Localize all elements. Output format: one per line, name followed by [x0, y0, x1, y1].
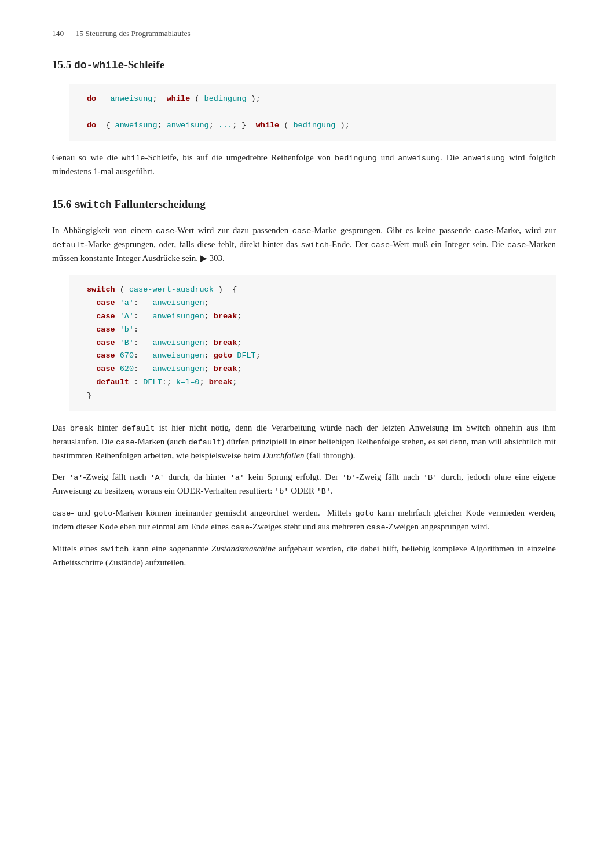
inline-case-1: case	[156, 227, 174, 236]
kw-do-1: do	[87, 94, 96, 103]
num-620: 620	[120, 365, 134, 373]
inline-b-case: 'b'	[342, 473, 356, 482]
str-B: 'B'	[120, 339, 134, 347]
inline-case-9: case	[367, 523, 385, 532]
sw-line-6: case 670: anweisungen; goto DFLT;	[87, 350, 539, 363]
inline-a-case: 'a'	[69, 473, 83, 482]
kw-do-2: do	[87, 121, 96, 130]
kw-switch: switch	[87, 285, 115, 294]
page-header: 140 15 Steuerung des Programmablaufes	[52, 28, 556, 40]
sw-line-1: switch ( case-wert-ausdruck ) {	[87, 284, 539, 297]
str-A: 'A'	[120, 312, 134, 321]
section-15-5-title: 15.5 do-while-Schleife	[52, 56, 556, 74]
sw-line-5: case 'B': anweisungen; break;	[87, 337, 539, 350]
id-anweisung-3: anweisung	[167, 121, 209, 130]
id-DFLT-1: DFLT	[237, 351, 255, 360]
kw-break-4: break	[209, 378, 233, 387]
inline-switch-2: switch	[101, 545, 129, 554]
section-15-6-para4: case- und goto-Marken können ineinander …	[52, 506, 556, 534]
italic-zustandsmaschine: Zustandsmaschine	[211, 544, 276, 553]
id-ellipsis: ...	[218, 121, 232, 130]
code-line-1: do anweisung; while ( bedingung );	[87, 93, 539, 106]
id-anw-a1: anweisungen	[152, 299, 204, 307]
kw-case-b1: case	[96, 325, 115, 334]
kw-while-1: while	[167, 94, 191, 103]
kw-default-1: default	[96, 378, 129, 387]
kw-case-B1: case	[96, 339, 115, 347]
inline-while: while	[122, 154, 145, 163]
inline-goto-1: goto	[94, 509, 112, 518]
section-15-6-intro: In Abhängigkeit von einem case-Wert wird…	[52, 224, 556, 265]
section-15-6-para2: Das break hinter default ist hier nicht …	[52, 421, 556, 462]
kw-break-1: break	[214, 312, 237, 321]
inline-default-1: default	[52, 241, 85, 249]
section-15-6-para3: Der 'a'-Zweig fällt nach 'A' durch, da h…	[52, 470, 556, 498]
id-anw-620: anweisungen	[152, 365, 204, 373]
sw-line-3: case 'A': anweisungen; break;	[87, 310, 539, 323]
inline-case-6: case	[116, 438, 134, 447]
section-15-6: 15.6 switch Fallunterscheidung In Abhäng…	[52, 196, 556, 569]
str-b: 'b'	[120, 325, 134, 334]
code-line-blank	[87, 106, 539, 119]
kw-case-a1: case	[96, 299, 115, 307]
num-0: 0	[195, 378, 199, 387]
inline-case-4: case	[371, 241, 390, 249]
inline-case-3: case	[475, 227, 493, 236]
sw-line-4: case 'b':	[87, 323, 539, 337]
id-k-assign: k=l=0	[176, 378, 200, 387]
str-a: 'a'	[120, 299, 134, 307]
kw-goto-1: goto	[214, 351, 232, 360]
section-15-6-title: 15.6 switch Fallunterscheidung	[52, 196, 556, 214]
inline-case-8: case	[231, 523, 250, 532]
kw-break-3: break	[214, 365, 237, 373]
do-while-code-block: do anweisung; while ( bedingung ); do { …	[69, 84, 556, 141]
id-anw-A1: anweisungen	[152, 312, 204, 321]
page-number: 140	[52, 29, 64, 38]
kw-while-2: while	[256, 121, 280, 130]
kw-case-620: case	[96, 365, 115, 373]
section-15-5: 15.5 do-while-Schleife do anweisung; whi…	[52, 56, 556, 178]
kw-case-A1: case	[96, 312, 115, 321]
inline-bedingung: bedingung	[335, 154, 377, 163]
sw-line-9: }	[87, 389, 539, 403]
inline-default-2: default	[122, 424, 155, 433]
inline-goto-2: goto	[355, 509, 373, 518]
id-bedingung-1: bedingung	[204, 94, 247, 103]
id-anweisung-2: anweisung	[115, 121, 158, 130]
kw-case-670: case	[96, 351, 115, 360]
inline-default-3: default	[188, 438, 221, 447]
inline-break-1: break	[70, 424, 94, 433]
sw-line-7: case 620: anweisungen; break;	[87, 363, 539, 376]
chapter-title: 15 Steuerung des Programmablaufes	[76, 29, 191, 38]
inline-B-case: 'B'	[423, 473, 437, 482]
id-bedingung-2: bedingung	[294, 121, 336, 130]
id-DFLT-label: DFLT	[143, 378, 162, 387]
code-line-2: do { anweisung; anweisung; ...; } while …	[87, 119, 539, 133]
section-15-5-paragraph: Genau so wie die while-Schleife, bis auf…	[52, 151, 556, 178]
id-anw-670: anweisungen	[152, 351, 204, 360]
sw-line-2: case 'a': anweisungen;	[87, 297, 539, 310]
kw-break-2: break	[214, 339, 237, 347]
inline-case-5: case	[507, 241, 526, 249]
italic-durchfallen: Durchfallen	[263, 451, 305, 460]
id-anweisung-1: anweisung	[111, 94, 153, 103]
inline-case-7: case	[52, 509, 71, 518]
inline-case-2: case	[292, 227, 311, 236]
sw-line-8: default : DFLT:; k=l=0; break;	[87, 376, 539, 389]
num-670: 670	[120, 351, 134, 360]
inline-a-case2: 'a'	[230, 473, 244, 482]
switch-code-block: switch ( case-wert-ausdruck ) { case 'a'…	[69, 275, 556, 411]
inline-b-oder: 'b'	[274, 487, 288, 496]
inline-A-case: 'A'	[150, 473, 164, 482]
id-case-wert: case-wert-ausdruck	[129, 285, 214, 294]
inline-switch-1: switch	[301, 241, 329, 249]
id-anw-B1: anweisungen	[152, 339, 204, 347]
inline-anweisung2: anweisung	[463, 154, 505, 163]
section-15-6-para5: Mittels eines switch kann eine sogenannt…	[52, 542, 556, 569]
inline-anweisung: anweisung	[398, 154, 440, 163]
inline-B-oder: 'B'	[317, 487, 331, 496]
